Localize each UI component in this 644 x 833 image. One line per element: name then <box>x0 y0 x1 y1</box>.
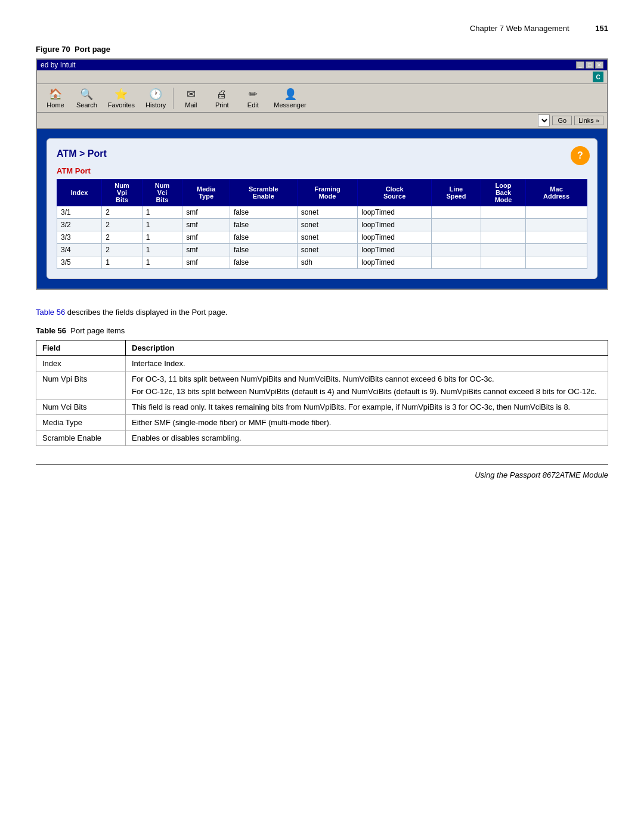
page-title: ATM > Port <box>57 148 587 159</box>
col-header-clock: ClockSource <box>358 179 432 206</box>
table-label: Table 56 Port page items <box>36 326 608 335</box>
field-desc-cell: This field is read only. It takes remain… <box>126 400 608 415</box>
messenger-icon: 👤 <box>284 88 297 101</box>
chapter-page-info: Chapter 7 Web Management 151 <box>470 24 608 33</box>
search-button[interactable]: 🔍 Search <box>72 86 102 110</box>
home-label: Home <box>47 101 64 109</box>
favorites-label: Favorites <box>108 101 135 109</box>
chapter-label: Chapter 7 Web Management <box>470 24 569 33</box>
titlebar-controls: _ □ ✕ <box>576 61 603 69</box>
description-table: Field Description IndexInterface Index.N… <box>36 340 608 446</box>
col-header-num-vpi: NumVpiBits <box>102 179 143 206</box>
browser-toolbar: 🏠 Home 🔍 Search ⭐ Favorites 🕐 History ✉ … <box>37 84 607 113</box>
search-icon: 🔍 <box>80 88 93 101</box>
col-desc-header: Description <box>126 340 608 356</box>
mail-icon: ✉ <box>187 88 196 101</box>
field-desc-cell: For OC-3, 11 bits split between NumVpiBi… <box>126 371 608 400</box>
history-label: History <box>145 101 166 109</box>
close-button[interactable]: ✕ <box>595 61 603 69</box>
browser-addressbar: Go Links » <box>37 113 607 129</box>
field-name-cell: Scramble Enable <box>36 431 126 446</box>
browser-content: ? ATM > Port ATM Port Index NumVpiBits N… <box>37 129 607 289</box>
favorites-icon: ⭐ <box>114 88 128 101</box>
minimize-button[interactable]: _ <box>576 61 584 69</box>
edit-icon: ✏ <box>249 88 258 101</box>
messenger-button[interactable]: 👤 Messenger <box>269 86 311 110</box>
browser-window: ed by Intuit _ □ ✕ C 🏠 Home 🔍 Search ⭐ F… <box>36 58 608 290</box>
history-icon: 🕐 <box>149 88 162 101</box>
toolbar-separator <box>173 88 174 109</box>
mail-button[interactable]: ✉ Mail <box>176 86 206 110</box>
history-button[interactable]: 🕐 History <box>141 86 171 110</box>
atm-port-table: Index NumVpiBits NumVciBits MediaType Sc… <box>57 179 587 269</box>
col-header-scramble: ScrambleEnable <box>230 179 297 206</box>
table-row: 3/121smffalsesonetloopTimed <box>57 206 587 219</box>
col-header-media: MediaType <box>182 179 230 206</box>
go-button[interactable]: Go <box>552 116 572 125</box>
home-icon: 🏠 <box>49 88 62 101</box>
browser-titlebar: ed by Intuit _ □ ✕ <box>37 60 607 70</box>
print-button[interactable]: 🖨 Print <box>207 87 237 110</box>
edit-button[interactable]: ✏ Edit <box>238 86 268 110</box>
table-row: 3/221smffalsesonetloopTimed <box>57 219 587 231</box>
favorites-button[interactable]: ⭐ Favorites <box>103 86 140 110</box>
footer-text: Using the Passport 8672ATME Module <box>475 470 608 479</box>
edit-label: Edit <box>247 101 259 109</box>
table-row: 3/321smffalsesonetloopTimed <box>57 231 587 244</box>
maximize-button[interactable]: □ <box>586 61 594 69</box>
col-header-index: Index <box>57 179 102 206</box>
section-title: ATM Port <box>57 166 587 175</box>
col-header-loop: LoopBackMode <box>481 179 525 206</box>
mail-label: Mail <box>185 101 197 109</box>
field-name-cell: Media Type <box>36 415 126 431</box>
field-name-cell: Num Vci Bits <box>36 400 126 415</box>
titlebar-text: ed by Intuit <box>41 61 76 69</box>
table-row: IndexInterface Index. <box>36 356 608 371</box>
table-row: Scramble EnableEnables or disables scram… <box>36 431 608 446</box>
field-name-cell: Index <box>36 356 126 371</box>
field-desc-cell: Either SMF (single-mode fiber) or MMF (m… <box>126 415 608 431</box>
figure-label: Figure 70 Port page <box>36 45 608 54</box>
table-row: Num Vci BitsThis field is read only. It … <box>36 400 608 415</box>
col-header-mac: MacAddress <box>526 179 587 206</box>
body-text: Table 56 describes the fields displayed … <box>36 308 608 317</box>
print-icon: 🖨 <box>216 88 227 101</box>
col-header-line: LineSpeed <box>431 179 481 206</box>
help-button[interactable]: ? <box>571 146 590 165</box>
page-header: Chapter 7 Web Management 151 <box>36 24 608 35</box>
home-button[interactable]: 🏠 Home <box>41 86 70 110</box>
col-field-header: Field <box>36 340 126 356</box>
page-number: 151 <box>595 24 608 33</box>
table-row: Num Vpi BitsFor OC-3, 11 bits split betw… <box>36 371 608 400</box>
page-footer: Using the Passport 8672ATME Module <box>36 464 608 479</box>
field-desc-cell: Interface Index. <box>126 356 608 371</box>
search-label: Search <box>76 101 97 109</box>
table-row: 3/511smffalsesdhloopTimed <box>57 256 587 269</box>
col-header-framing: FramingMode <box>297 179 358 206</box>
corner-icon: C <box>593 72 603 82</box>
field-name-cell: Num Vpi Bits <box>36 371 126 400</box>
table-row: Media TypeEither SMF (single-mode fiber)… <box>36 415 608 431</box>
field-desc-cell: Enables or disables scrambling. <box>126 431 608 446</box>
table-row: 3/421smffalsesonetloopTimed <box>57 244 587 256</box>
messenger-label: Messenger <box>274 101 306 109</box>
print-label: Print <box>215 101 229 109</box>
table-link[interactable]: Table 56 <box>36 308 65 317</box>
content-card: ? ATM > Port ATM Port Index NumVpiBits N… <box>47 138 597 279</box>
address-dropdown[interactable] <box>538 114 550 126</box>
secondary-bar: C <box>37 70 607 84</box>
col-header-num-vci: NumVciBits <box>142 179 182 206</box>
links-button[interactable]: Links » <box>574 116 603 125</box>
